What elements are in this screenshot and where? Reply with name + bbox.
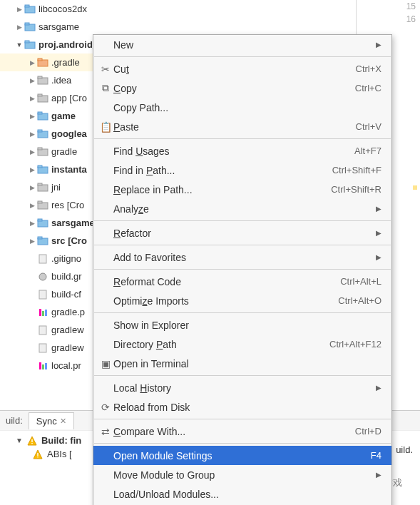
menu-show-explorer[interactable]: Show in Explorer: [93, 315, 391, 335]
menu-copy[interactable]: ⧉CopyCtrl+C: [93, 78, 391, 98]
menu-reload-disk[interactable]: ⟳Reload from Disk: [93, 397, 391, 417]
menu-cut[interactable]: ✂CutCtrl+X: [93, 59, 391, 78]
expand-icon[interactable]: ▶: [27, 111, 37, 121]
tree-label: sarsgame: [51, 218, 95, 228]
svg-point-29: [39, 273, 46, 280]
menu-local-history[interactable]: Local History▶: [93, 378, 391, 397]
warning-icon: [27, 436, 37, 446]
tree-label: gradle: [51, 146, 77, 157]
expand-icon[interactable]: ▶: [27, 58, 37, 68]
svg-rect-1: [25, 5, 29, 7]
tree-row[interactable]: ▶ libcocos2dx: [0, 0, 349, 18]
svg-rect-43: [37, 453, 38, 456]
panel-label: uild:: [0, 415, 29, 426]
tree-label: build-cf: [51, 289, 81, 300]
expand-icon[interactable]: ▶: [27, 200, 37, 210]
build-label: Build: fin: [41, 435, 81, 446]
properties-icon: [37, 307, 48, 317]
expand-icon[interactable]: ▶: [27, 183, 37, 193]
svg-rect-34: [39, 326, 46, 335]
menu-open-module-settings[interactable]: Open Module SettingsF4: [93, 446, 391, 465]
tree-label: .idea: [51, 75, 71, 86]
menu-move-module[interactable]: Move Module to Group▶: [93, 465, 391, 484]
expand-icon[interactable]: ▶: [27, 218, 37, 228]
properties-icon: [37, 361, 48, 371]
module-icon: [37, 218, 48, 228]
svg-rect-37: [42, 364, 44, 369]
tree-row[interactable]: ▶ sarsgame: [0, 18, 349, 36]
menu-open-terminal[interactable]: ▣Open in Terminal: [93, 354, 391, 373]
menu-replace-in-path[interactable]: Replace in Path...Ctrl+Shift+R: [93, 180, 391, 199]
svg-rect-44: [37, 456, 38, 457]
menu-reformat[interactable]: Reformat CodeCtrl+Alt+L: [93, 272, 391, 291]
tree-label: instanta: [51, 164, 87, 175]
menu-paste[interactable]: 📋PasteCtrl+V: [93, 117, 391, 136]
context-menu: New▶ ✂CutCtrl+X ⧉CopyCtrl+C Copy Path...…: [93, 34, 392, 505]
scissors-icon: ✂: [98, 63, 113, 75]
file-icon: [37, 343, 48, 353]
module-icon: [37, 129, 48, 139]
svg-rect-3: [25, 23, 29, 25]
menu-analyze[interactable]: Analyze▶: [93, 199, 391, 218]
module-icon: [24, 22, 36, 32]
menu-load-unload[interactable]: Load/Unload Modules...: [93, 484, 391, 504]
menu-separator: [94, 220, 391, 221]
expand-icon[interactable]: ▶: [14, 4, 24, 14]
folder-icon: [37, 93, 48, 103]
menu-compare-with[interactable]: ⇄Compare With...Ctrl+D: [93, 422, 391, 441]
expand-icon[interactable]: ▶: [27, 93, 37, 103]
folder-icon: [37, 147, 48, 157]
svg-rect-13: [38, 112, 42, 114]
refresh-icon: ⟳: [98, 402, 113, 413]
svg-rect-7: [38, 58, 42, 61]
tree-label: local.pr: [51, 360, 81, 371]
menu-refactor[interactable]: Refactor▶: [93, 223, 391, 243]
svg-rect-33: [45, 310, 47, 316]
tree-label: res [Cro: [51, 200, 84, 210]
menu-directory-path[interactable]: Directory PathCtrl+Alt+F12: [93, 335, 391, 354]
warning-icon: [33, 449, 43, 459]
module-icon: [24, 4, 36, 14]
tree-label: build.gr: [51, 271, 82, 282]
menu-separator: [94, 443, 391, 444]
menu-separator: [94, 138, 391, 139]
sync-tab[interactable]: Sync ✕: [29, 412, 74, 429]
tree-label: sarsgame: [39, 21, 79, 32]
module-icon: [37, 236, 48, 246]
close-icon[interactable]: ✕: [60, 417, 66, 426]
menu-new[interactable]: New▶: [93, 35, 391, 54]
svg-rect-5: [25, 41, 29, 43]
gutter-marker: [413, 185, 417, 190]
expand-icon[interactable]: ▶: [27, 165, 37, 175]
menu-find-in-path[interactable]: Find in Path...Ctrl+Shift+F: [93, 160, 391, 180]
menu-copy-path[interactable]: Copy Path...: [93, 98, 391, 117]
collapse-icon[interactable]: ▼: [16, 437, 23, 444]
expand-icon[interactable]: ▶: [27, 129, 37, 139]
tree-label: src [Cro: [51, 235, 87, 246]
line-number: 16: [357, 13, 420, 26]
svg-rect-30: [39, 290, 46, 299]
svg-rect-27: [38, 237, 42, 239]
tree-label: .gitigno: [51, 253, 81, 264]
menu-optimize-imports[interactable]: Optimize ImportsCtrl+Alt+O: [93, 291, 391, 310]
terminal-icon: ▣: [98, 358, 113, 369]
tree-label: jni: [51, 182, 61, 193]
svg-rect-28: [39, 255, 46, 263]
module-icon: [24, 40, 36, 50]
expand-icon[interactable]: ▶: [14, 22, 24, 32]
expand-icon[interactable]: ▶: [27, 236, 37, 246]
expand-icon[interactable]: ▶: [27, 76, 37, 86]
svg-rect-25: [38, 219, 42, 221]
file-icon: [37, 290, 48, 300]
collapse-icon[interactable]: ▼: [14, 40, 24, 50]
expand-icon[interactable]: ▶: [27, 147, 37, 157]
tree-label: gradlew: [51, 325, 84, 335]
menu-find-usages[interactable]: Find UsagesAlt+F7: [93, 141, 391, 160]
tree-label: app [Cro: [51, 93, 87, 103]
menu-add-favorites[interactable]: Add to Favorites▶: [93, 248, 391, 267]
tree-label: gradlew: [51, 342, 84, 353]
folder-icon: [37, 58, 48, 68]
tree-label: gradle.p: [51, 307, 85, 317]
menu-separator: [94, 269, 391, 270]
gradle-icon: [37, 272, 48, 282]
